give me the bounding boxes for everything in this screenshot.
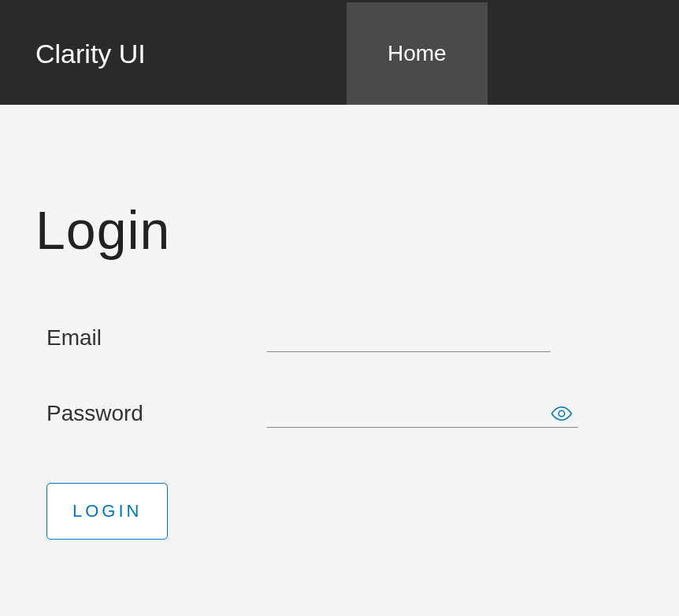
main-nav: Home bbox=[347, 2, 488, 105]
page-title: Login bbox=[35, 199, 644, 261]
main-content: Login Email Password LOGIN bbox=[0, 105, 679, 571]
password-input-wrap bbox=[267, 399, 578, 428]
login-form: Email Password LOGIN bbox=[35, 324, 644, 540]
nav-home[interactable]: Home bbox=[347, 2, 488, 105]
email-input-wrap bbox=[267, 324, 551, 352]
app-header: Clarity UI Home bbox=[0, 2, 679, 105]
eye-icon[interactable] bbox=[550, 402, 573, 425]
password-input[interactable] bbox=[267, 399, 578, 428]
email-label: Email bbox=[46, 325, 267, 351]
password-row: Password bbox=[46, 399, 644, 428]
email-input[interactable] bbox=[267, 324, 551, 352]
password-label: Password bbox=[46, 401, 267, 426]
login-button[interactable]: LOGIN bbox=[46, 483, 168, 540]
svg-point-0 bbox=[558, 410, 565, 417]
brand-title: Clarity UI bbox=[0, 2, 347, 105]
email-row: Email bbox=[46, 324, 644, 352]
